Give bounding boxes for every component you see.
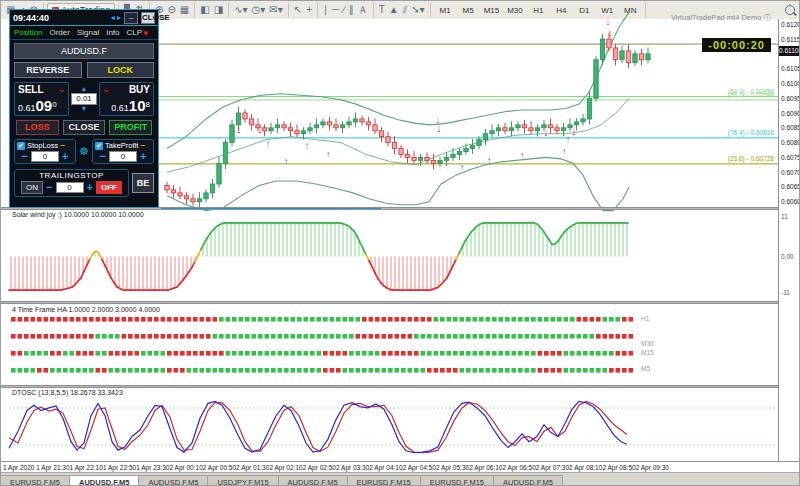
buy-button[interactable]: ⌄BUY 0.61108	[99, 82, 154, 116]
chart-tab[interactable]: EURUSD.F,M15	[347, 475, 421, 486]
dropdown-icon[interactable]: ◷▾	[252, 3, 266, 17]
separator-highlight	[161, 208, 381, 209]
dropdown-icon[interactable]: ∿▾	[234, 3, 247, 17]
toolbar-shape-icons: T▲⫽➘▾	[374, 3, 431, 17]
trail-off-button[interactable]: OFF	[96, 181, 122, 194]
shape-tool-icon[interactable]: ➘▾	[411, 3, 424, 17]
trail-plus-button[interactable]: +	[87, 183, 93, 192]
minimize-button[interactable]: –	[124, 12, 138, 24]
tp-value[interactable]: 0	[109, 151, 137, 162]
solar-wind-label: Solar wind joy :) 10.0000 10.0000 10.000…	[12, 211, 144, 218]
shape-tool-icon[interactable]: ▲	[389, 3, 399, 17]
lot-down-icon[interactable]: ▼	[81, 106, 88, 112]
toolbar-line-icons: ∣─∕∥Ａ	[318, 3, 374, 17]
sell-button[interactable]: SELL⌄ 0.61090	[14, 82, 69, 116]
cursor-tool-icon[interactable]: +	[306, 3, 312, 17]
draw-tool-icon[interactable]: ─	[332, 3, 339, 17]
shape-tool-icon[interactable]: T	[379, 3, 385, 17]
chart-tab[interactable]: AUDUSD.F,M5	[138, 475, 208, 486]
panel-tab-clp[interactable]: CLP	[127, 28, 149, 37]
close-button[interactable]: CLOSE	[141, 12, 155, 24]
trailing-row: TRAILINGSTOP ON − 0 + OFF BE	[14, 169, 154, 197]
tp-minus-button[interactable]: −	[100, 152, 106, 161]
tf4-row-label: M5	[641, 365, 650, 372]
pane-separator-2[interactable]	[1, 301, 800, 304]
tf4-label: 4 Time Frame HA 1.0000 2.0000 3.0000 4.0…	[12, 306, 160, 313]
time-tick-label: 2 Apr 00:50	[203, 464, 236, 471]
reverse-button[interactable]: REVERSE	[14, 62, 82, 78]
price-tick: 0.6080	[781, 139, 800, 146]
timeframe-button-m15[interactable]: M15	[481, 4, 503, 17]
time-tick-label: 2 Apr 06:50	[503, 464, 536, 471]
shape-tool-icon[interactable]: ⫽	[403, 3, 407, 17]
panel-tab-signal[interactable]: Signal	[77, 28, 99, 37]
window-arrange-icon[interactable]: ◧	[200, 3, 209, 17]
sl-minus-button[interactable]: −	[22, 152, 28, 161]
solar-axis-label: 11	[781, 213, 788, 220]
price-axis[interactable]: 0.61200.61150.61100.61050.61000.60950.60…	[778, 19, 800, 461]
trail-value[interactable]: 0	[56, 182, 84, 193]
close-loss-button[interactable]: LOSS	[16, 120, 59, 135]
draw-tool-icon[interactable]: ∣	[323, 3, 328, 17]
dropdown-icon[interactable]: ✉▾	[269, 3, 282, 17]
solar-axis-label: 0.00	[781, 253, 794, 260]
price-tick: 0.6065	[781, 183, 800, 190]
timeframe-button-m1[interactable]: M1	[435, 4, 456, 17]
stoploss-checkbox[interactable]: ✔	[17, 142, 25, 150]
timeframe-button-h1[interactable]: H1	[528, 4, 549, 17]
sl-plus-button[interactable]: +	[62, 152, 68, 161]
time-tick-label: 2 Apr 04:50	[403, 464, 436, 471]
timeframe-button-m30[interactable]: M30	[504, 4, 526, 17]
chart-tab[interactable]: EURUSD.F,M15	[420, 475, 494, 486]
lot-up-icon[interactable]: ▲	[81, 86, 88, 92]
chart-tab[interactable]: USDJPY.F,M15	[207, 475, 278, 486]
timeframe-button-w1[interactable]: W1	[597, 4, 618, 17]
price-tick: 0.6090	[781, 110, 800, 117]
buy-price: 0.61108	[103, 97, 150, 114]
panel-tab-position[interactable]: Position	[14, 28, 42, 37]
timeframe-button-h4[interactable]: H4	[551, 4, 572, 17]
time-tick-label: 1 Apr 21:30	[36, 464, 69, 471]
draw-tool-icon[interactable]: Ａ	[358, 3, 368, 17]
gear-icon[interactable]: ☸	[77, 145, 91, 158]
timeframe-button-d1[interactable]: D1	[574, 4, 595, 17]
price-tick: 0.6120	[781, 21, 800, 28]
tp-plus-button[interactable]: +	[140, 152, 146, 161]
trail-minus-button[interactable]: −	[46, 183, 52, 192]
panel-tab-info[interactable]: Info	[106, 28, 119, 37]
lot-value[interactable]: 0.01	[71, 93, 97, 105]
info-icon[interactable]: ⓘ	[764, 13, 772, 22]
timeframe-button-m5[interactable]: M5	[458, 4, 479, 17]
pane-separator-3[interactable]	[1, 385, 800, 388]
close-all-button[interactable]: CLOSE	[63, 120, 106, 135]
sell-price: 0.61090	[18, 97, 65, 114]
draw-tool-icon[interactable]: ∥	[349, 3, 354, 17]
panel-titlebar[interactable]: 09:44:40 ◂ ▸ – CLOSE	[10, 10, 158, 26]
panel-tabs: PositionOrderSignalInfoCLP	[10, 26, 158, 40]
cursor-tool-icon[interactable]: ↖	[294, 3, 302, 17]
lock-button[interactable]: LOCK	[87, 62, 155, 78]
chart-tab[interactable]: AUDUSD.F,M5	[69, 475, 139, 486]
draw-tool-icon[interactable]: ∕	[343, 3, 345, 17]
chevron-down-icon: ⌄	[103, 85, 110, 94]
lot-stepper[interactable]: ▲ 0.01 ▼	[71, 82, 97, 116]
chart-tab[interactable]: AUDUSD.F,M5	[278, 475, 348, 486]
panel-nav-arrows[interactable]: ◂ ▸	[111, 13, 121, 22]
breakeven-button[interactable]: BE	[132, 173, 154, 193]
trail-on-button[interactable]: ON	[21, 181, 43, 194]
virtual-trade-pad[interactable]: 09:44:40 ◂ ▸ – CLOSE PositionOrderSignal…	[9, 9, 159, 208]
window-arrange-icon[interactable]: ◨	[214, 3, 223, 17]
symbol-button[interactable]: AUDUSD.F	[14, 43, 154, 59]
chart-tab[interactable]: AUDUSD.F,M5	[493, 475, 563, 486]
time-tick-label: 2 Apr 02:10	[269, 464, 302, 471]
zoom-icon[interactable]: ▦	[180, 3, 189, 17]
takeprofit-label: TakeProfit	[105, 141, 138, 150]
takeprofit-checkbox[interactable]: ✔	[95, 142, 103, 150]
chart-tab[interactable]: EURUSD.F,M5	[0, 475, 70, 486]
timeframe-button-mn[interactable]: MN	[620, 4, 641, 17]
search-icon[interactable]	[785, 5, 795, 15]
wave-icon: ~	[140, 141, 145, 150]
sl-value[interactable]: 0	[31, 151, 59, 162]
panel-tab-order[interactable]: Order	[49, 28, 69, 37]
close-profit-button[interactable]: PROFIT	[109, 120, 152, 135]
